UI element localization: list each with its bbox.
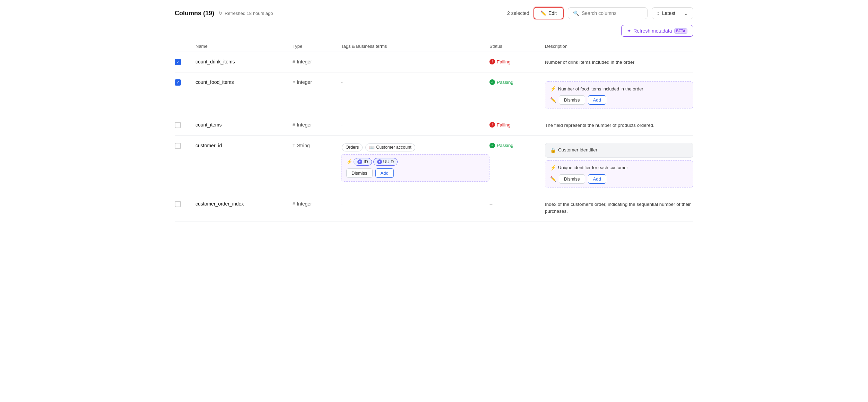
tag-customer-account: 📖 Customer account (365, 143, 415, 151)
col-header-status: Status (489, 44, 545, 49)
row-checkbox-count-items[interactable] (175, 122, 181, 128)
lightning-icon: ⚡ (550, 85, 556, 93)
tags-dash: - (341, 79, 343, 85)
col-header-description: Description (545, 44, 693, 49)
tags-dash: - (341, 201, 343, 207)
beta-badge: BETA (674, 28, 687, 34)
integer-icon: # (293, 201, 295, 206)
type-label: Integer (297, 201, 312, 207)
table-row: customer_id T String Orders 📖 Customer a… (175, 136, 693, 194)
add-tags-button[interactable]: Add (375, 168, 394, 178)
lightning-icon: ⚡ (550, 164, 556, 172)
col-tags-count-drink-items: - (341, 58, 489, 64)
desc-primary-text: Customer identifier (558, 147, 597, 154)
table-row: customer_order_index # Integer - -- Inde… (175, 194, 693, 222)
col-name-count-drink-items: count_drink_items (196, 58, 293, 64)
row-checkbox-customer-order-index[interactable] (175, 201, 181, 207)
sort-icon: ↕ (657, 10, 659, 16)
col-name-customer-id: customer_id (196, 142, 293, 148)
status-label: Passing (497, 80, 513, 85)
row-checkbox-count-food-items[interactable] (175, 79, 181, 86)
row-checkbox-count-drink-items[interactable] (175, 59, 181, 65)
sort-label: Latest (662, 10, 675, 16)
col-type-count-drink-items: # Integer (293, 58, 341, 64)
col-tags-customer-id: Orders 📖 Customer account ⚡ ✦ ID ✦ UUID (341, 142, 489, 182)
add-button[interactable]: Add (588, 95, 606, 105)
type-label: Integer (297, 79, 312, 85)
plus-icon: ✦ (377, 159, 382, 164)
type-label: String (297, 143, 310, 148)
lightning-icon: ⚡ (346, 158, 352, 166)
failing-icon: ! (489, 122, 495, 128)
search-box: 🔍 (568, 7, 648, 19)
lock-icon: 🔒 (550, 147, 556, 154)
page-title: Columns (19) (175, 10, 214, 17)
table-row: count_food_items # Integer - ✓ Passing ⚡… (175, 72, 693, 115)
edit-description-icon[interactable]: ✏️ (550, 96, 556, 104)
type-label: Integer (297, 122, 312, 128)
col-tags-count-food-items: - (341, 79, 489, 85)
string-icon: T (293, 143, 295, 148)
refresh-label: Refreshed 18 hours ago (225, 11, 273, 16)
tags-dash: - (341, 122, 343, 128)
selected-count: 2 selected (507, 10, 529, 16)
passing-icon: ✓ (489, 79, 495, 85)
col-type-customer-id: T String (293, 142, 341, 148)
row-checkbox-customer-id[interactable] (175, 143, 181, 149)
tag-suggestion-id: ✦ ID (354, 158, 372, 166)
status-label: Failing (497, 59, 511, 64)
status-label: Failing (497, 122, 511, 128)
search-input[interactable] (582, 10, 642, 16)
passing-icon: ✓ (489, 143, 495, 148)
add-desc-button[interactable]: Add (588, 174, 606, 184)
refresh-info: ↻ Refreshed 18 hours ago (218, 10, 273, 16)
col-status-customer-order-index: -- (489, 200, 545, 207)
integer-icon: # (293, 122, 295, 128)
sparkle-icon: ✦ (627, 28, 631, 34)
col-description-customer-id: 🔒 Customer identifier ⚡ Unique identifie… (545, 142, 693, 187)
dismiss-button[interactable]: Dismiss (559, 95, 585, 105)
edit-description-icon[interactable]: ✏️ (550, 175, 556, 183)
col-header-tags: Tags & Business terms (341, 44, 489, 49)
dismiss-desc-button[interactable]: Dismiss (559, 174, 585, 184)
col-name-count-items: count_items (196, 121, 293, 128)
col-description-customer-order-index: Index of the customer's order, indicatin… (545, 200, 693, 215)
col-name-customer-order-index: customer_order_index (196, 200, 293, 207)
tag-orders: Orders (342, 143, 363, 151)
edit-button[interactable]: ✏️ Edit (533, 7, 564, 19)
col-status-count-drink-items: ! Failing (489, 58, 545, 64)
refresh-metadata-button[interactable]: ✦ Refresh metadata BETA (621, 25, 693, 37)
col-tags-customer-order-index: - (341, 200, 489, 207)
col-header-name: Name (196, 44, 293, 49)
refresh-metadata-label: Refresh metadata (633, 28, 672, 34)
col-name-count-food-items: count_food_items (196, 79, 293, 85)
col-type-count-items: # Integer (293, 121, 341, 128)
col-description-count-drink-items: Number of drink items included in the or… (545, 58, 693, 66)
col-status-customer-id: ✓ Passing (489, 142, 545, 148)
col-type-count-food-items: # Integer (293, 79, 341, 85)
table-row: count_drink_items # Integer - ! Failing … (175, 52, 693, 72)
suggestion-text: Unique identifier for each customer (558, 164, 628, 171)
tags-dash: - (341, 59, 343, 64)
integer-icon: # (293, 80, 295, 85)
col-status-count-items: ! Failing (489, 121, 545, 128)
integer-icon: # (293, 59, 295, 64)
status-label: Passing (497, 143, 513, 148)
refresh-icon: ↻ (218, 10, 223, 16)
sort-dropdown[interactable]: ↕ Latest ⌄ (652, 7, 693, 19)
col-header-check (175, 44, 196, 49)
tag-suggestion-uuid: ✦ UUID (373, 158, 398, 166)
col-tags-count-items: - (341, 121, 489, 128)
col-description-count-items: The field represents the number of produ… (545, 121, 693, 129)
col-status-count-food-items: ✓ Passing (489, 79, 545, 85)
col-description-count-food-items: ⚡ Number of food items included in the o… (545, 79, 693, 108)
edit-label: Edit (548, 10, 557, 16)
table-row: count_items # Integer - ! Failing The fi… (175, 115, 693, 136)
chevron-down-icon: ⌄ (684, 10, 688, 16)
dismiss-tags-button[interactable]: Dismiss (346, 168, 373, 178)
status-dash: -- (489, 201, 493, 207)
pencil-icon: ✏️ (540, 10, 546, 16)
book-icon: 📖 (369, 145, 375, 150)
plus-icon: ✦ (357, 159, 362, 164)
col-header-type: Type (293, 44, 341, 49)
